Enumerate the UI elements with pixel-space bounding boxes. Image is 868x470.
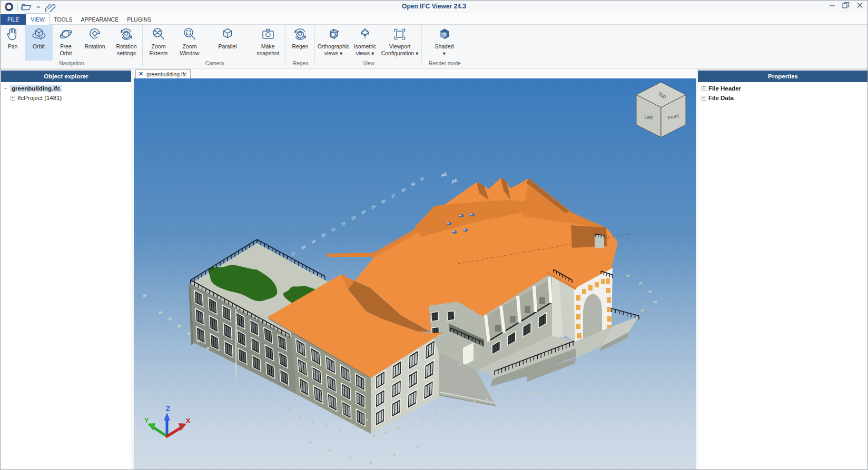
svg-text:Z: Z: [166, 405, 170, 413]
svg-text:X: X: [186, 417, 191, 425]
svg-text:Left: Left: [644, 114, 653, 121]
svg-text:Y: Y: [144, 416, 149, 424]
